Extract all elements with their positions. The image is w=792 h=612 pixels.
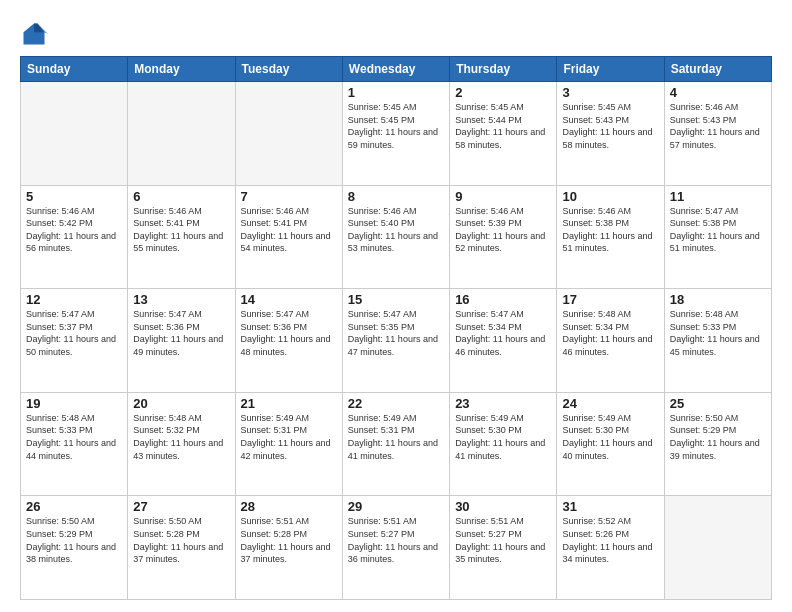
day-info: Sunrise: 5:51 AM Sunset: 5:28 PM Dayligh… — [241, 515, 337, 565]
day-info: Sunrise: 5:46 AM Sunset: 5:42 PM Dayligh… — [26, 205, 122, 255]
calendar-cell: 24Sunrise: 5:49 AM Sunset: 5:30 PM Dayli… — [557, 392, 664, 496]
svg-marker-2 — [34, 24, 45, 33]
day-number: 4 — [670, 85, 766, 100]
calendar-cell: 2Sunrise: 5:45 AM Sunset: 5:44 PM Daylig… — [450, 82, 557, 186]
calendar-table: SundayMondayTuesdayWednesdayThursdayFrid… — [20, 56, 772, 600]
day-number: 13 — [133, 292, 229, 307]
week-row-4: 19Sunrise: 5:48 AM Sunset: 5:33 PM Dayli… — [21, 392, 772, 496]
calendar-cell: 4Sunrise: 5:46 AM Sunset: 5:43 PM Daylig… — [664, 82, 771, 186]
day-info: Sunrise: 5:49 AM Sunset: 5:31 PM Dayligh… — [241, 412, 337, 462]
day-number: 15 — [348, 292, 444, 307]
day-info: Sunrise: 5:46 AM Sunset: 5:40 PM Dayligh… — [348, 205, 444, 255]
calendar-cell: 28Sunrise: 5:51 AM Sunset: 5:28 PM Dayli… — [235, 496, 342, 600]
logo-icon — [20, 20, 48, 48]
day-number: 22 — [348, 396, 444, 411]
calendar-cell: 22Sunrise: 5:49 AM Sunset: 5:31 PM Dayli… — [342, 392, 449, 496]
week-row-1: 1Sunrise: 5:45 AM Sunset: 5:45 PM Daylig… — [21, 82, 772, 186]
day-number: 19 — [26, 396, 122, 411]
day-info: Sunrise: 5:46 AM Sunset: 5:38 PM Dayligh… — [562, 205, 658, 255]
calendar-cell: 14Sunrise: 5:47 AM Sunset: 5:36 PM Dayli… — [235, 289, 342, 393]
week-row-2: 5Sunrise: 5:46 AM Sunset: 5:42 PM Daylig… — [21, 185, 772, 289]
day-info: Sunrise: 5:46 AM Sunset: 5:39 PM Dayligh… — [455, 205, 551, 255]
day-info: Sunrise: 5:47 AM Sunset: 5:36 PM Dayligh… — [241, 308, 337, 358]
calendar-cell: 27Sunrise: 5:50 AM Sunset: 5:28 PM Dayli… — [128, 496, 235, 600]
day-number: 7 — [241, 189, 337, 204]
calendar-cell: 20Sunrise: 5:48 AM Sunset: 5:32 PM Dayli… — [128, 392, 235, 496]
week-row-5: 26Sunrise: 5:50 AM Sunset: 5:29 PM Dayli… — [21, 496, 772, 600]
day-number: 26 — [26, 499, 122, 514]
day-number: 17 — [562, 292, 658, 307]
day-info: Sunrise: 5:50 AM Sunset: 5:29 PM Dayligh… — [26, 515, 122, 565]
day-number: 18 — [670, 292, 766, 307]
calendar-cell: 31Sunrise: 5:52 AM Sunset: 5:26 PM Dayli… — [557, 496, 664, 600]
day-info: Sunrise: 5:46 AM Sunset: 5:41 PM Dayligh… — [241, 205, 337, 255]
day-info: Sunrise: 5:49 AM Sunset: 5:30 PM Dayligh… — [455, 412, 551, 462]
day-number: 21 — [241, 396, 337, 411]
calendar-cell: 15Sunrise: 5:47 AM Sunset: 5:35 PM Dayli… — [342, 289, 449, 393]
day-info: Sunrise: 5:46 AM Sunset: 5:43 PM Dayligh… — [670, 101, 766, 151]
day-info: Sunrise: 5:45 AM Sunset: 5:45 PM Dayligh… — [348, 101, 444, 151]
day-info: Sunrise: 5:50 AM Sunset: 5:29 PM Dayligh… — [670, 412, 766, 462]
day-info: Sunrise: 5:45 AM Sunset: 5:44 PM Dayligh… — [455, 101, 551, 151]
day-number: 10 — [562, 189, 658, 204]
day-number: 11 — [670, 189, 766, 204]
weekday-header-friday: Friday — [557, 57, 664, 82]
day-number: 30 — [455, 499, 551, 514]
calendar-cell: 7Sunrise: 5:46 AM Sunset: 5:41 PM Daylig… — [235, 185, 342, 289]
day-info: Sunrise: 5:46 AM Sunset: 5:41 PM Dayligh… — [133, 205, 229, 255]
calendar-cell: 10Sunrise: 5:46 AM Sunset: 5:38 PM Dayli… — [557, 185, 664, 289]
day-info: Sunrise: 5:48 AM Sunset: 5:32 PM Dayligh… — [133, 412, 229, 462]
calendar-cell — [128, 82, 235, 186]
weekday-header-tuesday: Tuesday — [235, 57, 342, 82]
weekday-header-monday: Monday — [128, 57, 235, 82]
day-info: Sunrise: 5:48 AM Sunset: 5:33 PM Dayligh… — [670, 308, 766, 358]
calendar-cell: 29Sunrise: 5:51 AM Sunset: 5:27 PM Dayli… — [342, 496, 449, 600]
calendar-cell: 23Sunrise: 5:49 AM Sunset: 5:30 PM Dayli… — [450, 392, 557, 496]
day-number: 3 — [562, 85, 658, 100]
day-info: Sunrise: 5:47 AM Sunset: 5:37 PM Dayligh… — [26, 308, 122, 358]
weekday-header-saturday: Saturday — [664, 57, 771, 82]
day-number: 1 — [348, 85, 444, 100]
header — [20, 16, 772, 48]
calendar-cell: 12Sunrise: 5:47 AM Sunset: 5:37 PM Dayli… — [21, 289, 128, 393]
day-info: Sunrise: 5:47 AM Sunset: 5:36 PM Dayligh… — [133, 308, 229, 358]
day-number: 29 — [348, 499, 444, 514]
day-info: Sunrise: 5:52 AM Sunset: 5:26 PM Dayligh… — [562, 515, 658, 565]
day-number: 14 — [241, 292, 337, 307]
calendar-cell — [664, 496, 771, 600]
day-number: 6 — [133, 189, 229, 204]
day-number: 2 — [455, 85, 551, 100]
day-info: Sunrise: 5:47 AM Sunset: 5:34 PM Dayligh… — [455, 308, 551, 358]
calendar-cell: 6Sunrise: 5:46 AM Sunset: 5:41 PM Daylig… — [128, 185, 235, 289]
calendar-cell: 21Sunrise: 5:49 AM Sunset: 5:31 PM Dayli… — [235, 392, 342, 496]
calendar-cell: 30Sunrise: 5:51 AM Sunset: 5:27 PM Dayli… — [450, 496, 557, 600]
calendar-cell: 8Sunrise: 5:46 AM Sunset: 5:40 PM Daylig… — [342, 185, 449, 289]
week-row-3: 12Sunrise: 5:47 AM Sunset: 5:37 PM Dayli… — [21, 289, 772, 393]
calendar-page: SundayMondayTuesdayWednesdayThursdayFrid… — [0, 0, 792, 612]
day-number: 8 — [348, 189, 444, 204]
calendar-cell — [21, 82, 128, 186]
day-number: 16 — [455, 292, 551, 307]
day-info: Sunrise: 5:51 AM Sunset: 5:27 PM Dayligh… — [348, 515, 444, 565]
day-number: 28 — [241, 499, 337, 514]
calendar-cell: 18Sunrise: 5:48 AM Sunset: 5:33 PM Dayli… — [664, 289, 771, 393]
calendar-cell: 1Sunrise: 5:45 AM Sunset: 5:45 PM Daylig… — [342, 82, 449, 186]
day-number: 27 — [133, 499, 229, 514]
calendar-cell: 13Sunrise: 5:47 AM Sunset: 5:36 PM Dayli… — [128, 289, 235, 393]
calendar-cell: 11Sunrise: 5:47 AM Sunset: 5:38 PM Dayli… — [664, 185, 771, 289]
calendar-cell — [235, 82, 342, 186]
calendar-cell: 26Sunrise: 5:50 AM Sunset: 5:29 PM Dayli… — [21, 496, 128, 600]
weekday-header-row: SundayMondayTuesdayWednesdayThursdayFrid… — [21, 57, 772, 82]
day-info: Sunrise: 5:50 AM Sunset: 5:28 PM Dayligh… — [133, 515, 229, 565]
day-number: 24 — [562, 396, 658, 411]
day-number: 20 — [133, 396, 229, 411]
calendar-cell: 5Sunrise: 5:46 AM Sunset: 5:42 PM Daylig… — [21, 185, 128, 289]
weekday-header-sunday: Sunday — [21, 57, 128, 82]
day-number: 23 — [455, 396, 551, 411]
calendar-cell: 25Sunrise: 5:50 AM Sunset: 5:29 PM Dayli… — [664, 392, 771, 496]
day-info: Sunrise: 5:49 AM Sunset: 5:30 PM Dayligh… — [562, 412, 658, 462]
calendar-cell: 16Sunrise: 5:47 AM Sunset: 5:34 PM Dayli… — [450, 289, 557, 393]
weekday-header-wednesday: Wednesday — [342, 57, 449, 82]
weekday-header-thursday: Thursday — [450, 57, 557, 82]
day-number: 5 — [26, 189, 122, 204]
